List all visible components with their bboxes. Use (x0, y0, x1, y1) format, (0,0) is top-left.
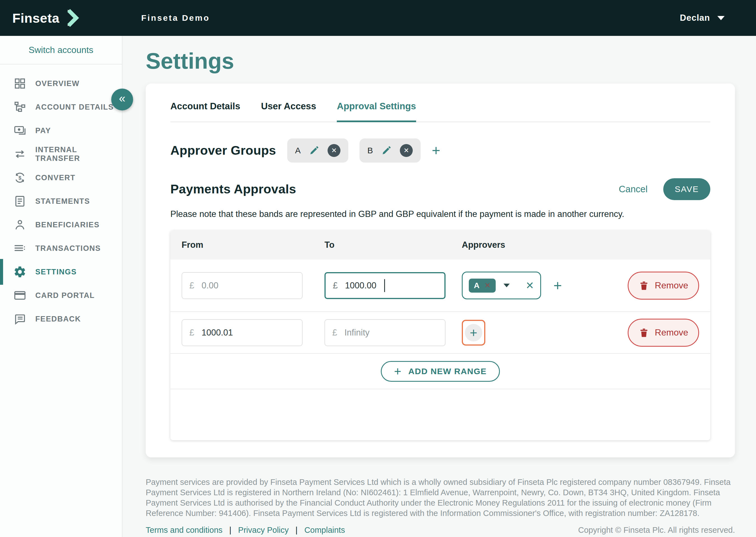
edit-pencil-icon[interactable] (309, 145, 319, 155)
person-icon (14, 218, 26, 231)
remove-group-icon[interactable]: ✕ (328, 144, 340, 157)
approvers-select[interactable]: A ✕ ✕ (462, 271, 541, 299)
sidebar-item-beneficiaries[interactable]: BENEFICIARIES (0, 213, 122, 236)
legal-text: Payment services are provided by Finseta… (146, 477, 735, 518)
remove-range-button[interactable]: Remove (628, 319, 699, 347)
to-amount-field[interactable]: £ 1000.00 (325, 272, 446, 299)
sidebar-item-settings[interactable]: SETTINGS (0, 260, 122, 284)
approver-groups-heading: Approver Groups (170, 143, 276, 158)
sidebar-item-feedback[interactable]: FEEDBACK (0, 307, 122, 331)
switch-accounts-link[interactable]: Switch accounts (28, 45, 93, 55)
approver-group-chip-b: B ✕ (360, 139, 420, 163)
plus-icon: + (470, 326, 477, 339)
list-icon (14, 242, 26, 255)
tab-bar: Account Details User Access Approval Set… (170, 84, 710, 122)
from-amount-input[interactable] (201, 328, 295, 338)
column-header-to: To (325, 240, 462, 250)
logo-chevron-icon (62, 8, 82, 28)
chip-remove-icon[interactable]: ✕ (485, 281, 491, 290)
chevron-down-icon (717, 16, 725, 20)
currency-symbol: £ (189, 328, 194, 338)
complaints-link[interactable]: Complaints (304, 525, 345, 535)
sidebar-nav: OVERVIEW ACCOUNT DETAILS (0, 64, 122, 331)
sidebar-collapse-button[interactable]: « (111, 89, 133, 110)
add-group-icon[interactable]: + (432, 143, 440, 158)
remove-range-button[interactable]: Remove (628, 271, 699, 300)
gear-icon (14, 266, 26, 278)
credit-card-icon (14, 289, 26, 302)
tab-account-details[interactable]: Account Details (170, 101, 240, 122)
table-header: From To Approvers (170, 230, 710, 260)
table-row: £ £ 1000.00 A (170, 260, 710, 312)
chevron-down-icon[interactable] (503, 284, 510, 287)
currency-symbol: £ (189, 280, 194, 291)
add-new-range-button[interactable]: + ADD NEW RANGE (381, 361, 500, 382)
clear-icon[interactable]: ✕ (526, 280, 534, 292)
trash-icon (639, 280, 649, 291)
approver-chip: A ✕ (469, 279, 496, 293)
gbp-note: Please note that these bands are represe… (170, 209, 710, 219)
settings-card: Account Details User Access Approval Set… (146, 84, 735, 457)
sidebar-item-internal-transfer[interactable]: INTERNAL TRANSFER (0, 143, 122, 166)
remove-group-icon[interactable]: ✕ (400, 144, 413, 157)
page-title: Settings (146, 48, 735, 74)
edit-pencil-icon[interactable] (381, 145, 391, 155)
document-icon (14, 195, 26, 208)
currency-exchange-icon: $ (14, 171, 26, 184)
table-row: £ £ + (170, 312, 710, 354)
tab-user-access[interactable]: User Access (261, 101, 316, 122)
from-amount-input[interactable] (201, 280, 295, 291)
approval-bands-table: From To Approvers £ £ (170, 230, 710, 440)
sidebar-item-pay[interactable]: PAY (0, 119, 122, 143)
payments-approvals-heading: Payments Approvals (170, 182, 296, 196)
text-caret (384, 279, 385, 292)
add-range-row: + ADD NEW RANGE (170, 354, 710, 389)
main-content: Settings Account Details User Access App… (122, 36, 756, 537)
user-menu[interactable]: Declan (680, 13, 725, 23)
approver-groups-row: Approver Groups A ✕ B (170, 139, 710, 163)
sidebar-item-convert[interactable]: $ CONVERT (0, 166, 122, 189)
column-header-from: From (181, 240, 325, 250)
sidebar-item-overview[interactable]: OVERVIEW (0, 72, 122, 95)
to-amount-input[interactable] (344, 328, 438, 338)
user-name: Declan (680, 13, 710, 23)
to-amount-field[interactable]: £ (325, 319, 446, 346)
currency-symbol: £ (332, 328, 337, 338)
grid-icon (14, 77, 26, 90)
banknote-icon (14, 124, 26, 137)
add-approver-button[interactable]: + (462, 320, 485, 346)
plus-icon: + (394, 365, 402, 378)
sidebar-item-account-details[interactable]: ACCOUNT DETAILS (0, 95, 122, 119)
account-name: Finseta Demo (141, 13, 210, 23)
currency-symbol: £ (333, 280, 338, 291)
payments-approvals-row: Payments Approvals Cancel SAVE (170, 178, 710, 200)
from-amount-field[interactable]: £ (181, 272, 302, 299)
privacy-policy-link[interactable]: Privacy Policy (238, 525, 289, 535)
trash-icon (639, 327, 649, 338)
save-button[interactable]: SAVE (663, 178, 710, 200)
column-header-approvers: Approvers (462, 240, 625, 250)
logo-text: Finseta (12, 10, 60, 26)
transfer-arrows-icon (14, 148, 26, 161)
terms-link[interactable]: Terms and conditions (146, 525, 222, 535)
sidebar-item-statements[interactable]: STATEMENTS (0, 189, 122, 213)
switch-accounts-row: Switch accounts (0, 36, 122, 64)
add-approver-icon[interactable]: + (553, 278, 562, 293)
from-amount-field[interactable]: £ (181, 319, 302, 346)
cancel-button[interactable]: Cancel (619, 184, 648, 194)
copyright-text: Copyright © Finseta Plc. All rights rese… (578, 525, 735, 535)
to-amount-input[interactable]: 1000.00 (345, 280, 376, 291)
approver-group-chip-a: A ✕ (287, 139, 348, 163)
footer-links-row: Terms and conditions | Privacy Policy | … (146, 525, 735, 535)
chat-icon (14, 312, 26, 325)
sidebar-item-card-portal[interactable]: CARD PORTAL (0, 284, 122, 307)
top-bar: Finseta Finseta Demo Declan (0, 0, 756, 36)
svg-text:$: $ (19, 175, 21, 181)
sidebar: Switch accounts « OVERVIEW (0, 36, 122, 537)
sitemap-icon (14, 101, 26, 113)
finseta-logo: Finseta (12, 8, 82, 28)
sidebar-item-transactions[interactable]: TRANSACTIONS (0, 236, 122, 260)
tab-approval-settings[interactable]: Approval Settings (337, 101, 416, 122)
